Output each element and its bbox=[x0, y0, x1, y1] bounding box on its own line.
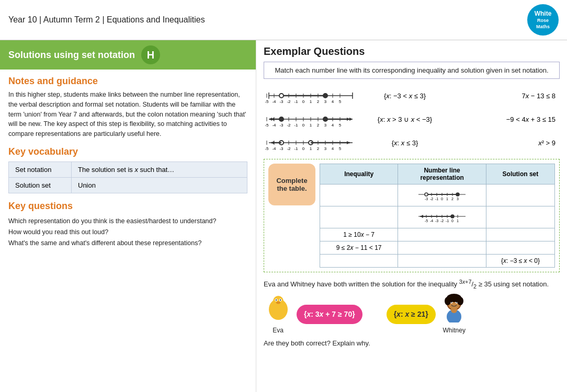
vocab-title: Key vocabulary bbox=[8, 146, 247, 157]
svg-point-26 bbox=[279, 94, 284, 98]
svg-text:2: 2 bbox=[317, 123, 320, 128]
bottom-area: Eva and Whitney have both written the so… bbox=[264, 278, 560, 348]
table-cell-ineq-2 bbox=[320, 206, 398, 228]
svg-text:5: 5 bbox=[339, 146, 342, 151]
svg-text:1: 1 bbox=[446, 197, 448, 201]
svg-text:1: 1 bbox=[310, 99, 312, 104]
section-header: Solutions using set notation H bbox=[0, 40, 256, 70]
table-cell-ineq-1 bbox=[320, 185, 398, 206]
table-cell-nl-4 bbox=[398, 241, 486, 255]
whitney-figure: Whitney bbox=[440, 294, 469, 335]
svg-text:2: 2 bbox=[451, 197, 453, 201]
svg-text:-4: -4 bbox=[272, 146, 276, 151]
svg-marker-123 bbox=[420, 215, 423, 218]
svg-point-139 bbox=[457, 297, 463, 305]
characters-row: Eva {x: 3x + 7 ≥ 70} {x: x ≥ 21} bbox=[264, 294, 560, 335]
svg-text:-5: -5 bbox=[425, 219, 428, 223]
exemplar-title: Exemplar Questions bbox=[264, 45, 560, 57]
svg-text:4: 4 bbox=[332, 99, 334, 104]
question-2: How would you read this out loud? bbox=[8, 228, 108, 236]
svg-text:-2: -2 bbox=[287, 99, 291, 104]
svg-text:-4: -4 bbox=[272, 123, 276, 128]
svg-text:-5: -5 bbox=[265, 99, 269, 104]
bottom-question: Are they both correct? Explain why. bbox=[264, 338, 560, 349]
svg-text:-2: -2 bbox=[287, 123, 291, 128]
nl-set-1: {x: −3 < x ≤ 3} bbox=[363, 92, 447, 100]
svg-text:-3: -3 bbox=[279, 99, 284, 104]
svg-text:0: 0 bbox=[302, 123, 305, 128]
key-questions-title: Key questions bbox=[8, 201, 247, 212]
svg-text:0: 0 bbox=[302, 146, 305, 151]
eva-answer: {x: 3x + 7 ≥ 70} bbox=[297, 305, 362, 324]
svg-text:0: 0 bbox=[441, 197, 443, 201]
vocab-row-2: Solution set Union bbox=[9, 177, 247, 193]
inner-table-wrap: Completethe table. Inequality Number lin… bbox=[268, 164, 555, 268]
wrm-logo: White Rose Maths bbox=[527, 4, 559, 36]
question-1: Which representation do you think is the… bbox=[8, 217, 216, 225]
nl-ineq-1: 7x − 13 ≤ 8 bbox=[452, 92, 560, 100]
table-cell-nl-1: -3 -2 -1 0 1 2 3 bbox=[398, 185, 486, 206]
vocab-row-1: Set notation The solution set is x such … bbox=[9, 162, 247, 177]
table-cell-nl-5 bbox=[398, 255, 486, 268]
svg-point-138 bbox=[445, 297, 451, 305]
col-inequality: Inequality bbox=[320, 164, 398, 185]
svg-text:5: 5 bbox=[339, 123, 342, 128]
table-cell-nl-3 bbox=[398, 228, 486, 241]
nl-row-2: -5 -4 -3 -2 -1 0 1 2 3 4 5 bbox=[264, 109, 560, 130]
svg-point-104 bbox=[425, 193, 428, 196]
svg-text:4: 4 bbox=[332, 123, 334, 128]
nl-row-3: -5 -4 -3 -2 -1 0 1 2 3 4 5 bbox=[264, 132, 560, 154]
svg-text:0: 0 bbox=[302, 99, 305, 104]
svg-point-130 bbox=[276, 302, 280, 304]
svg-text:-2: -2 bbox=[430, 197, 433, 201]
svg-text:-3: -3 bbox=[425, 197, 428, 201]
whitney-name: Whitney bbox=[440, 326, 469, 335]
question-3: What's the same and what's different abo… bbox=[8, 239, 201, 247]
svg-text:-4: -4 bbox=[430, 219, 433, 223]
svg-text:-1: -1 bbox=[294, 123, 298, 128]
nl-set-2: {x: x > 3 ∪ x < −3} bbox=[363, 116, 447, 123]
svg-point-125 bbox=[273, 296, 284, 306]
table-cell-sol-2 bbox=[486, 206, 554, 228]
svg-text:5: 5 bbox=[339, 99, 342, 104]
svg-text:-4: -4 bbox=[272, 99, 276, 104]
table-section: Completethe table. Inequality Number lin… bbox=[264, 159, 560, 272]
main-layout: Solutions using set notation H Notes and… bbox=[0, 40, 567, 392]
page-title: Year 10 | Autumn Term 2 | Equations and … bbox=[8, 15, 205, 25]
nl-row-1: -5 -4 -3 -2 -1 0 1 2 3 4 5 bbox=[264, 85, 560, 107]
nl-ineq-2: −9 < 4x + 3 ≤ 15 bbox=[452, 116, 560, 123]
whitney-answer: {x: x ≥ 21} bbox=[387, 305, 436, 324]
svg-text:1: 1 bbox=[310, 146, 312, 151]
col-nl: Number linerepresentation bbox=[398, 164, 486, 185]
svg-text:-2: -2 bbox=[440, 219, 444, 223]
table-cell-ineq-4: 9 ≤ 2x − 11 < 17 bbox=[320, 241, 398, 255]
svg-text:-1: -1 bbox=[446, 219, 449, 223]
section-title: Solutions using set notation bbox=[8, 50, 135, 61]
table-cell-ineq-3: 1 ≥ 10x − 7 bbox=[320, 228, 398, 241]
svg-point-27 bbox=[323, 94, 327, 98]
match-instruction: Match each number line with its correspo… bbox=[264, 62, 560, 79]
nl-svg-3: -5 -4 -3 -2 -1 0 1 2 3 4 5 bbox=[264, 132, 358, 154]
table-cell-sol-3 bbox=[486, 228, 554, 241]
top-bar: Year 10 | Autumn Term 2 | Equations and … bbox=[0, 0, 567, 40]
svg-text:-3: -3 bbox=[279, 123, 284, 128]
table-row-4: 9 ≤ 2x − 11 < 17 bbox=[320, 241, 555, 255]
left-content: Notes and guidance In this higher step, … bbox=[0, 70, 256, 256]
eva-figure: Eva bbox=[264, 294, 292, 335]
svg-text:3: 3 bbox=[324, 123, 327, 128]
svg-text:2: 2 bbox=[317, 146, 320, 151]
vocab-def-2: Union bbox=[72, 177, 247, 193]
svg-point-141 bbox=[451, 307, 457, 313]
svg-text:1: 1 bbox=[457, 219, 459, 223]
eva-name: Eva bbox=[264, 326, 292, 335]
table-cell-ineq-5 bbox=[320, 255, 398, 268]
table-cell-sol-5: {x: −3 ≤ x < 0} bbox=[486, 255, 554, 268]
left-panel: Solutions using set notation H Notes and… bbox=[0, 40, 256, 392]
svg-text:-3: -3 bbox=[435, 219, 438, 223]
nl-set-3: {x: x ≤ 3} bbox=[363, 139, 447, 147]
svg-text:1: 1 bbox=[310, 123, 312, 128]
svg-marker-84 bbox=[271, 141, 274, 144]
nl-ineq-3: x² > 9 bbox=[452, 139, 560, 147]
nl-svg-2: -5 -4 -3 -2 -1 0 1 2 3 4 5 bbox=[264, 109, 358, 130]
svg-point-129 bbox=[279, 299, 280, 301]
